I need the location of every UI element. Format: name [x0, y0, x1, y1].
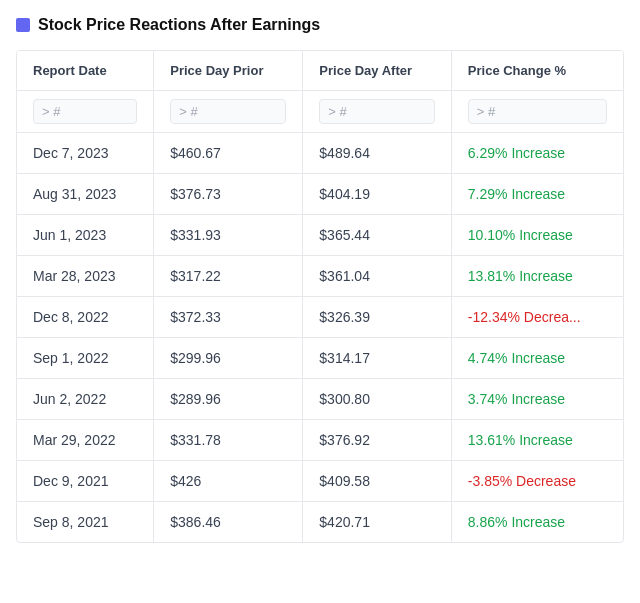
table-row: Sep 8, 2021$386.46$420.718.86% Increase: [17, 502, 623, 543]
cell-price-after: $300.80: [303, 379, 452, 420]
filter-report-date: > #: [17, 91, 154, 133]
cell-price-change: 6.29% Increase: [451, 133, 623, 174]
cell-price-change: -12.34% Decrea...: [451, 297, 623, 338]
cell-price-change: 13.81% Increase: [451, 256, 623, 297]
header-row: Report Date Price Day Prior Price Day Af…: [17, 51, 623, 91]
price-change-value: 8.86% Increase: [468, 514, 565, 530]
price-change-value: 13.61% Increase: [468, 432, 573, 448]
page-title: Stock Price Reactions After Earnings: [38, 16, 320, 34]
cell-report-date: Dec 9, 2021: [17, 461, 154, 502]
cell-price-prior: $299.96: [154, 338, 303, 379]
cell-price-prior: $372.33: [154, 297, 303, 338]
table-row: Jun 1, 2023$331.93$365.4410.10% Increase: [17, 215, 623, 256]
cell-price-after: $314.17: [303, 338, 452, 379]
table-wrapper: Report Date Price Day Prior Price Day Af…: [16, 50, 624, 543]
cell-price-after: $365.44: [303, 215, 452, 256]
cell-price-prior: $331.78: [154, 420, 303, 461]
cell-price-prior: $460.67: [154, 133, 303, 174]
cell-price-after: $409.58: [303, 461, 452, 502]
col-price-after: Price Day After: [303, 51, 452, 91]
filter-input-change[interactable]: > #: [468, 99, 607, 124]
cell-price-change: 13.61% Increase: [451, 420, 623, 461]
price-change-value: 13.81% Increase: [468, 268, 573, 284]
cell-report-date: Dec 8, 2022: [17, 297, 154, 338]
price-change-value: 3.74% Increase: [468, 391, 565, 407]
cell-report-date: Mar 28, 2023: [17, 256, 154, 297]
price-change-value: 6.29% Increase: [468, 145, 565, 161]
cell-price-after: $376.92: [303, 420, 452, 461]
col-price-prior: Price Day Prior: [154, 51, 303, 91]
cell-report-date: Jun 2, 2022: [17, 379, 154, 420]
cell-price-change: -3.85% Decrease: [451, 461, 623, 502]
page-container: Stock Price Reactions After Earnings Rep…: [0, 0, 640, 559]
data-table: Report Date Price Day Prior Price Day Af…: [17, 51, 623, 542]
cell-report-date: Jun 1, 2023: [17, 215, 154, 256]
table-row: Dec 9, 2021$426$409.58-3.85% Decrease: [17, 461, 623, 502]
col-report-date: Report Date: [17, 51, 154, 91]
price-change-value: 10.10% Increase: [468, 227, 573, 243]
cell-price-after: $404.19: [303, 174, 452, 215]
cell-price-change: 8.86% Increase: [451, 502, 623, 543]
cell-price-prior: $289.96: [154, 379, 303, 420]
cell-price-change: 7.29% Increase: [451, 174, 623, 215]
price-change-value: -3.85% Decrease: [468, 473, 576, 489]
table-row: Mar 29, 2022$331.78$376.9213.61% Increas…: [17, 420, 623, 461]
title-icon: [16, 18, 30, 32]
filter-row: > # > # > # > #: [17, 91, 623, 133]
filter-input-prior[interactable]: > #: [170, 99, 286, 124]
table-row: Jun 2, 2022$289.96$300.803.74% Increase: [17, 379, 623, 420]
cell-price-prior: $426: [154, 461, 303, 502]
cell-price-change: 4.74% Increase: [451, 338, 623, 379]
col-price-change: Price Change %: [451, 51, 623, 91]
cell-report-date: Mar 29, 2022: [17, 420, 154, 461]
cell-report-date: Sep 8, 2021: [17, 502, 154, 543]
cell-report-date: Aug 31, 2023: [17, 174, 154, 215]
table-body: Dec 7, 2023$460.67$489.646.29% IncreaseA…: [17, 133, 623, 543]
filter-price-change: > #: [451, 91, 623, 133]
price-change-value: 7.29% Increase: [468, 186, 565, 202]
filter-input-after[interactable]: > #: [319, 99, 435, 124]
cell-price-prior: $317.22: [154, 256, 303, 297]
table-row: Mar 28, 2023$317.22$361.0413.81% Increas…: [17, 256, 623, 297]
price-change-value: -12.34% Decrea...: [468, 309, 581, 325]
table-row: Dec 8, 2022$372.33$326.39-12.34% Decrea.…: [17, 297, 623, 338]
cell-price-change: 10.10% Increase: [451, 215, 623, 256]
cell-price-prior: $386.46: [154, 502, 303, 543]
cell-price-after: $361.04: [303, 256, 452, 297]
filter-input-date[interactable]: > #: [33, 99, 137, 124]
cell-price-prior: $376.73: [154, 174, 303, 215]
cell-price-after: $420.71: [303, 502, 452, 543]
table-row: Dec 7, 2023$460.67$489.646.29% Increase: [17, 133, 623, 174]
cell-report-date: Sep 1, 2022: [17, 338, 154, 379]
price-change-value: 4.74% Increase: [468, 350, 565, 366]
cell-price-after: $489.64: [303, 133, 452, 174]
table-row: Aug 31, 2023$376.73$404.197.29% Increase: [17, 174, 623, 215]
cell-price-prior: $331.93: [154, 215, 303, 256]
filter-price-prior: > #: [154, 91, 303, 133]
cell-report-date: Dec 7, 2023: [17, 133, 154, 174]
cell-price-after: $326.39: [303, 297, 452, 338]
cell-price-change: 3.74% Increase: [451, 379, 623, 420]
filter-price-after: > #: [303, 91, 452, 133]
table-row: Sep 1, 2022$299.96$314.174.74% Increase: [17, 338, 623, 379]
title-row: Stock Price Reactions After Earnings: [16, 16, 624, 34]
